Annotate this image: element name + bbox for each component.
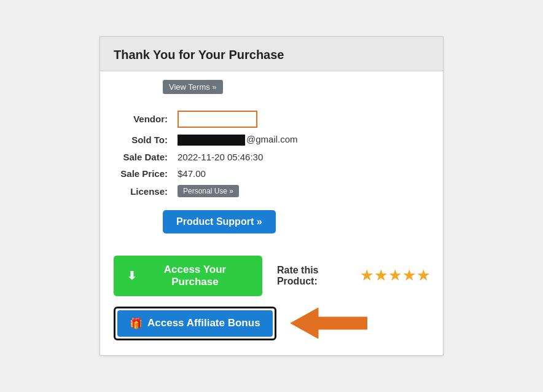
sale-price-label: Sale Price: — [114, 165, 175, 182]
vendor-row: Vendor: — [114, 108, 429, 131]
sold-to-row: Sold To: @gmail.com — [114, 131, 429, 149]
license-cell: Personal Use » — [175, 182, 429, 200]
arrow-icon — [287, 305, 367, 342]
affiliate-bonus-wrapper: 🎁 Access Affiliate Bonus — [114, 307, 276, 340]
card-body: View Terms » Vendor: Sold To: @gmail.com… — [100, 71, 443, 355]
personal-use-button[interactable]: Personal Use » — [178, 185, 239, 197]
sold-to-cell: @gmail.com — [175, 131, 429, 149]
sale-price-value: $47.00 — [175, 165, 429, 182]
star-4[interactable]: ★ — [403, 268, 415, 284]
affiliate-bonus-label: Access Affiliate Bonus — [147, 317, 260, 329]
page-title: Thank You for Your Purchase — [114, 48, 429, 62]
sold-to-label: Sold To: — [114, 131, 175, 149]
svg-marker-0 — [291, 308, 367, 339]
access-purchase-button[interactable]: ⬇ Access Your Purchase — [114, 256, 262, 296]
actions-row: ⬇ Access Your Purchase Rate this Product… — [114, 256, 429, 296]
rate-label: Rate this Product: — [277, 265, 356, 287]
access-purchase-label: Access Your Purchase — [141, 264, 249, 288]
redacted-email — [178, 135, 245, 146]
stars-container: ★ ★ ★ ★ ★ — [361, 268, 429, 284]
star-1[interactable]: ★ — [361, 268, 373, 284]
sale-date-row: Sale Date: 2022-11-20 05:46:30 — [114, 149, 429, 165]
affiliate-bonus-button[interactable]: 🎁 Access Affiliate Bonus — [117, 310, 273, 337]
rate-section: Rate this Product: ★ ★ ★ ★ ★ — [277, 265, 429, 287]
star-2[interactable]: ★ — [375, 268, 387, 284]
license-row: License: Personal Use » — [114, 182, 429, 200]
star-3[interactable]: ★ — [389, 268, 401, 284]
sale-date-label: Sale Date: — [114, 149, 175, 165]
vendor-cell — [175, 108, 429, 131]
affiliate-row: 🎁 Access Affiliate Bonus — [114, 305, 429, 342]
sale-price-row: Sale Price: $47.00 — [114, 165, 429, 182]
info-table: Vendor: Sold To: @gmail.com Sale Date: 2… — [114, 108, 429, 200]
card-header: Thank You for Your Purchase — [100, 37, 443, 71]
download-icon: ⬇ — [127, 269, 136, 283]
license-label: License: — [114, 182, 175, 200]
vendor-input[interactable] — [178, 111, 257, 128]
view-terms-button[interactable]: View Terms » — [163, 80, 223, 94]
product-support-button[interactable]: Product Support » — [163, 210, 276, 233]
vendor-label: Vendor: — [114, 108, 175, 131]
star-5[interactable]: ★ — [417, 268, 429, 284]
arrow-container — [287, 305, 367, 342]
sale-date-value: 2022-11-20 05:46:30 — [175, 149, 429, 165]
gift-icon: 🎁 — [130, 317, 143, 330]
thank-you-card: Thank You for Your Purchase View Terms »… — [100, 36, 443, 356]
email-domain: @gmail.com — [246, 134, 298, 144]
